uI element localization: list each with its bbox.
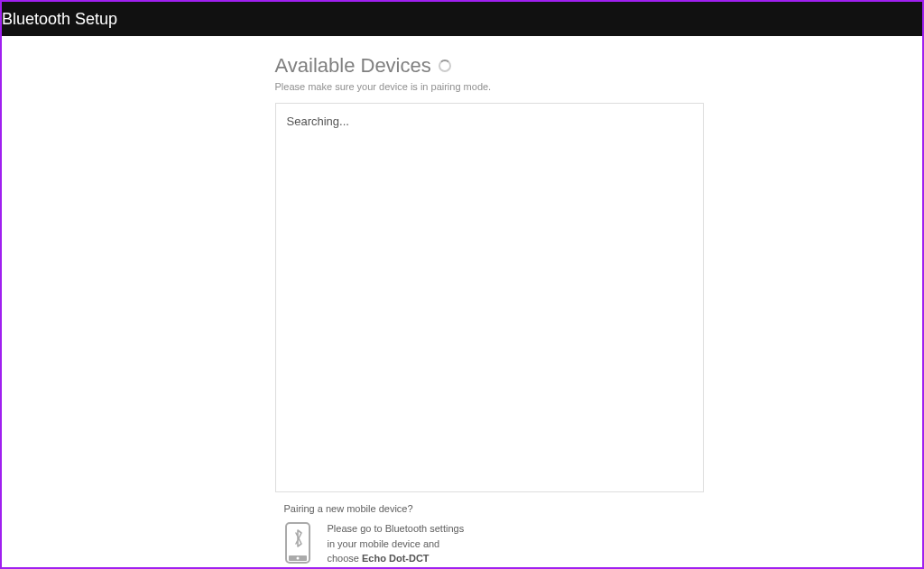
- content-area: Available Devices Please make sure your …: [2, 36, 922, 569]
- footer-section: Pairing a new mobile device? Please go t…: [284, 503, 704, 569]
- pairing-instruction-row: Please go to Bluetooth settings in your …: [284, 521, 704, 566]
- title-row: Available Devices: [275, 54, 704, 78]
- device-name: Echo Dot-DCT: [362, 553, 430, 564]
- device-list-box: Searching...: [275, 103, 704, 492]
- searching-text: Searching...: [287, 115, 349, 128]
- phone-bluetooth-icon: [284, 521, 311, 564]
- instruction-line2: in your mobile device and: [328, 538, 440, 549]
- main-column: Available Devices Please make sure your …: [275, 54, 704, 569]
- instruction-line3-prefix: choose: [328, 553, 363, 564]
- loading-spinner-icon: [439, 60, 451, 72]
- pairing-question: Pairing a new mobile device?: [284, 503, 704, 514]
- pairing-mode-subtitle: Please make sure your device is in pairi…: [275, 81, 704, 92]
- pairing-instruction-text: Please go to Bluetooth settings in your …: [328, 521, 465, 566]
- available-devices-title: Available Devices: [275, 54, 431, 78]
- page-title: Bluetooth Setup: [2, 10, 117, 29]
- header-bar: Bluetooth Setup: [2, 2, 922, 36]
- instruction-line1: Please go to Bluetooth settings: [328, 523, 465, 534]
- svg-point-2: [296, 557, 299, 560]
